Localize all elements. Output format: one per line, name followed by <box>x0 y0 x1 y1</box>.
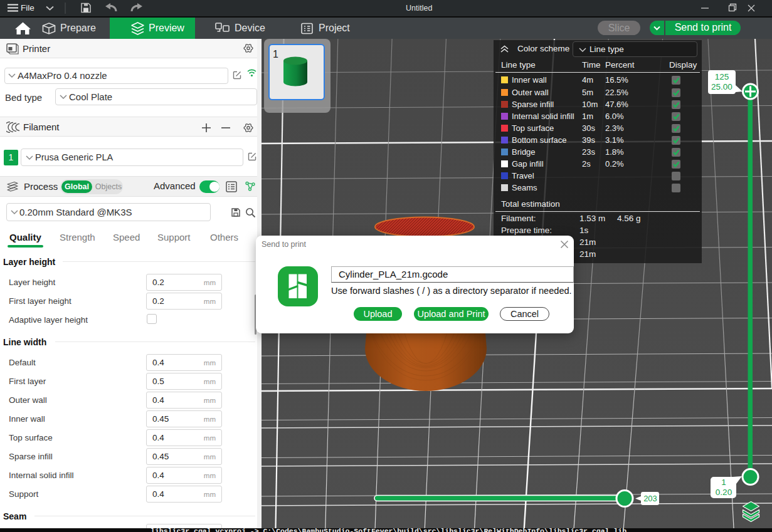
svg-text:0.20: 0.20 <box>716 488 732 497</box>
svg-text:1: 1 <box>721 477 726 487</box>
svg-text:File: File <box>21 3 34 13</box>
svg-text:125: 125 <box>715 72 729 81</box>
svg-text:203: 203 <box>643 494 657 503</box>
svg-text:25.00: 25.00 <box>711 82 732 91</box>
